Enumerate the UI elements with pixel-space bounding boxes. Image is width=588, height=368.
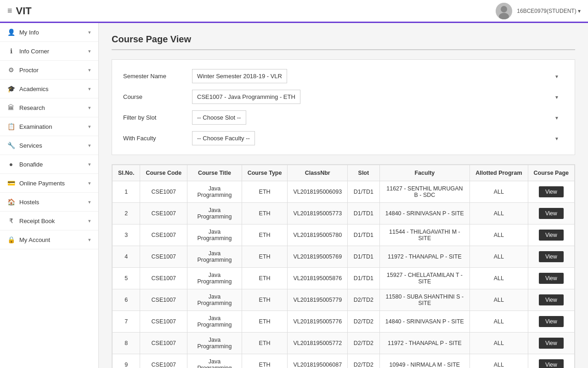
- course-select[interactable]: CSE1007 - Java Programming - ETH: [192, 90, 300, 104]
- table-row: 6CSE1007Java ProgrammingETHVL20181950057…: [113, 289, 575, 311]
- semester-select[interactable]: Winter Semester 2018-19 - VLR: [192, 69, 287, 83]
- courses-table-container: Sl.No.Course CodeCourse TitleCourse Type…: [112, 164, 575, 368]
- table-cell: 1: [113, 181, 140, 203]
- table-cell: CSE1007: [140, 311, 187, 333]
- chevron-down-icon: ▾: [88, 143, 91, 149]
- menu-icon[interactable]: ≡: [7, 6, 12, 16]
- chevron-down-icon: ▾: [88, 105, 91, 111]
- sidebar-item-info-corner[interactable]: ℹ Info Corner ▾: [0, 42, 98, 61]
- page-title: Course Page View: [112, 34, 575, 50]
- table-cell: VL2018195005876: [288, 268, 348, 289]
- table-cell: 5: [113, 268, 140, 289]
- view-button[interactable]: View: [539, 230, 564, 241]
- sidebar-item-icon: 🎓: [7, 85, 15, 92]
- sidebar-item-proctor[interactable]: ⚙ Proctor ▾: [0, 61, 98, 80]
- slot-row: Filter by Slot -- Choose Slot --: [123, 110, 564, 125]
- table-cell: 11972 - THANAPAL P - SITE: [379, 246, 470, 268]
- chevron-down-icon: ▾: [88, 180, 91, 186]
- table-cell: ETH: [242, 203, 288, 224]
- table-cell: ETH: [242, 333, 288, 354]
- view-button[interactable]: View: [539, 273, 564, 284]
- main-layout: 👤 My Info ▾ ℹ Info Corner ▾ ⚙ Proctor ▾ …: [0, 23, 588, 368]
- table-row: 2CSE1007Java ProgrammingETHVL20181950057…: [113, 203, 575, 224]
- view-button[interactable]: View: [539, 186, 564, 197]
- semester-label: Semester Name: [123, 73, 192, 80]
- table-cell: CSE1007: [140, 289, 187, 311]
- sidebar-item-left: 📋 Examination: [7, 123, 52, 130]
- table-cell: ALL: [470, 333, 528, 354]
- sidebar-item-left: 🏛 Research: [7, 104, 45, 111]
- table-cell: 10949 - NIRMALA M - SITE: [379, 354, 470, 368]
- table-cell: D1/TD1: [348, 268, 379, 289]
- table-cell-action: View: [528, 333, 574, 354]
- sidebar-item-label: Proctor: [19, 67, 39, 74]
- sidebar-item-left: 🏠 Hostels: [7, 198, 39, 206]
- table-cell: ALL: [470, 311, 528, 333]
- sidebar-item-hostels[interactable]: 🏠 Hostels ▾: [0, 193, 98, 212]
- table-cell: Java Programming: [187, 289, 242, 311]
- table-cell: CSE1007: [140, 181, 187, 203]
- sidebar-item-label: Research: [19, 104, 45, 111]
- table-cell-action: View: [528, 203, 574, 224]
- chevron-down-icon: ▾: [88, 161, 91, 167]
- table-cell: D2/TD2: [348, 354, 379, 368]
- sidebar-item-label: Info Corner: [19, 48, 49, 55]
- sidebar-item-left: 💳 Online Payments: [7, 179, 65, 187]
- table-cell: ALL: [470, 203, 528, 224]
- table-cell: 7: [113, 311, 140, 333]
- sidebar-item-online-payments[interactable]: 💳 Online Payments ▾: [0, 174, 98, 193]
- view-button[interactable]: View: [539, 338, 564, 349]
- view-button[interactable]: View: [539, 294, 564, 305]
- view-button[interactable]: View: [539, 208, 564, 219]
- sidebar-item-icon: 💳: [7, 179, 15, 187]
- chevron-down-icon: ▾: [88, 86, 91, 92]
- sidebar-item-left: ● Bonafide: [7, 161, 43, 168]
- table-cell: VL2018195005773: [288, 203, 348, 224]
- faculty-select[interactable]: -- Choose Faculty --: [192, 131, 255, 145]
- navbar-right: 16BCE0979(STUDENT) ▾: [496, 3, 581, 19]
- table-cell-action: View: [528, 354, 574, 368]
- table-cell: VL2018195005769: [288, 246, 348, 268]
- view-button[interactable]: View: [539, 251, 564, 262]
- view-button[interactable]: View: [539, 359, 564, 368]
- table-row: 9CSE1007Java ProgrammingETHVL20181950060…: [113, 354, 575, 368]
- table-cell: 2: [113, 203, 140, 224]
- table-cell: ETH: [242, 311, 288, 333]
- sidebar-item-bonafide[interactable]: ● Bonafide ▾: [0, 155, 98, 174]
- sidebar-item-left: ₹ Receipt Book: [7, 217, 55, 224]
- sidebar-item-icon: 📋: [7, 123, 15, 130]
- table-cell: 8: [113, 333, 140, 354]
- sidebar-item-my-info[interactable]: 👤 My Info ▾: [0, 23, 98, 42]
- user-label[interactable]: 16BCE0979(STUDENT) ▾: [517, 8, 581, 14]
- slot-label: Filter by Slot: [123, 114, 192, 121]
- semester-select-wrapper: Winter Semester 2018-19 - VLR: [192, 69, 564, 83]
- sidebar-item-label: My Info: [19, 29, 39, 36]
- sidebar-item-receipt-book[interactable]: ₹ Receipt Book ▾: [0, 212, 98, 230]
- sidebar-item-left: 🔒 My Account: [7, 236, 50, 243]
- table-cell: VL2018195005776: [288, 311, 348, 333]
- sidebar-item-label: Receipt Book: [19, 218, 55, 224]
- sidebar-item-academics[interactable]: 🎓 Academics ▾: [0, 80, 98, 98]
- table-cell-action: View: [528, 268, 574, 289]
- sidebar-item-icon: ℹ: [7, 47, 15, 55]
- table-column-header: Allotted Program: [470, 165, 528, 181]
- view-button[interactable]: View: [539, 316, 564, 327]
- sidebar-item-my-account[interactable]: 🔒 My Account ▾: [0, 230, 98, 249]
- sidebar-item-research[interactable]: 🏛 Research ▾: [0, 98, 98, 117]
- table-cell: 14840 - SRINIVASAN P - SITE: [379, 311, 470, 333]
- table-body: 1CSE1007Java ProgrammingETHVL20181950060…: [113, 181, 575, 368]
- table-cell: ETH: [242, 246, 288, 268]
- table-cell: D1/TD1: [348, 181, 379, 203]
- sidebar-item-services[interactable]: 🔧 Services ▾: [0, 136, 98, 155]
- sidebar-item-icon: 🏛: [7, 104, 15, 111]
- table-cell: Java Programming: [187, 354, 242, 368]
- chevron-down-icon: ▾: [88, 218, 91, 224]
- table-cell: Java Programming: [187, 203, 242, 224]
- table-cell: Java Programming: [187, 224, 242, 246]
- sidebar-item-label: Academics: [19, 86, 49, 92]
- course-select-wrapper: CSE1007 - Java Programming - ETH: [192, 90, 564, 104]
- table-column-header: Faculty: [379, 165, 470, 181]
- slot-select[interactable]: -- Choose Slot --: [192, 110, 246, 125]
- table-row: 4CSE1007Java ProgrammingETHVL20181950057…: [113, 246, 575, 268]
- sidebar-item-examination[interactable]: 📋 Examination ▾: [0, 117, 98, 136]
